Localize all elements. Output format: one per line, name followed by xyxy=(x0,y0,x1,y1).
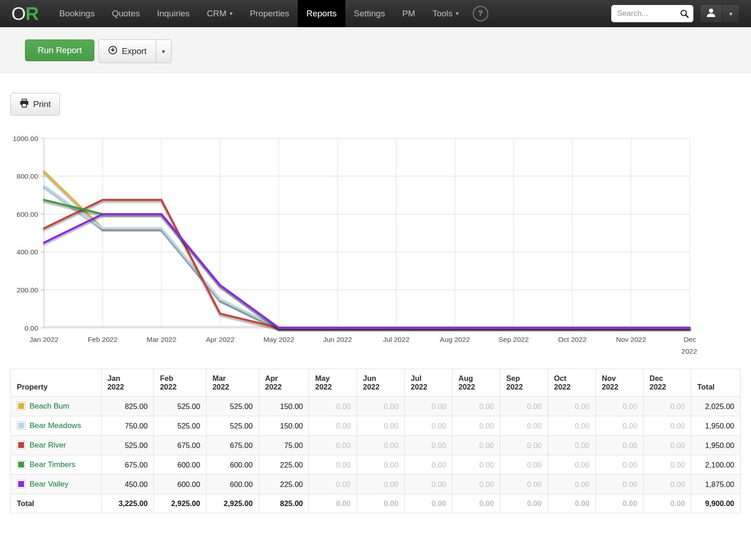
month-value-cell: 225.00 xyxy=(259,455,309,475)
nav-inquiries[interactable]: Inquiries xyxy=(148,0,198,27)
month-value-cell: 0.00 xyxy=(357,397,404,416)
month-column-header: Sep 2022 xyxy=(500,369,548,397)
export-options-caret[interactable]: ▾ xyxy=(156,39,172,63)
total-month-cell: 0.00 xyxy=(357,494,404,513)
month-value-cell: 0.00 xyxy=(309,475,357,494)
chevron-down-icon: ▾ xyxy=(456,0,459,27)
top-navbar: OR Bookings Quotes Inquiries CRM▾ Proper… xyxy=(0,0,751,27)
month-column-header: May 2022 xyxy=(309,369,357,397)
property-link[interactable]: Beach Bum xyxy=(29,402,69,410)
table-row: Bear River525.00675.00675.0075.000.000.0… xyxy=(11,436,741,455)
nav-reports[interactable]: Reports xyxy=(298,0,345,27)
total-month-cell: 825.00 xyxy=(259,494,309,513)
month-column-header: Oct 2022 xyxy=(548,369,595,397)
month-value-cell: 0.00 xyxy=(548,397,595,416)
nav-settings[interactable]: Settings xyxy=(345,0,394,27)
main-nav: Bookings Quotes Inquiries CRM▾ Propertie… xyxy=(51,0,488,27)
month-value-cell: 0.00 xyxy=(452,475,500,494)
nav-pm[interactable]: PM xyxy=(393,0,424,27)
month-value-cell: 0.00 xyxy=(309,436,357,455)
legend-swatch-icon xyxy=(17,441,25,449)
month-value-cell: 0.00 xyxy=(500,475,548,494)
nav-tools[interactable]: Tools▾ xyxy=(424,0,467,27)
month-column-header: Feb 2022 xyxy=(154,369,206,397)
table-row: Bear Valley450.00600.00600.00225.000.000… xyxy=(11,475,741,494)
chevron-down-icon: ▾ xyxy=(162,48,165,55)
total-row-label: Total xyxy=(11,494,102,513)
chevron-down-icon: ▾ xyxy=(230,0,233,27)
month-value-cell: 0.00 xyxy=(309,416,357,436)
month-value-cell: 0.00 xyxy=(404,436,452,455)
search-icon[interactable] xyxy=(679,9,689,20)
month-value-cell: 150.00 xyxy=(259,416,309,436)
month-value-cell: 600.00 xyxy=(206,475,259,494)
month-column-header: Dec 2022 xyxy=(643,369,691,397)
svg-text:800.00: 800.00 xyxy=(17,172,39,180)
help-icon[interactable]: ? xyxy=(473,6,488,21)
property-month-table: PropertyJan 2022Feb 2022Mar 2022Apr 2022… xyxy=(10,369,741,513)
svg-text:Jul 2022: Jul 2022 xyxy=(383,336,410,343)
month-column-header: Jul 2022 xyxy=(404,369,452,397)
total-month-cell: 0.00 xyxy=(548,494,595,513)
user-icon xyxy=(706,7,717,20)
user-menu-caret[interactable]: ▾ xyxy=(722,5,739,23)
month-value-cell: 0.00 xyxy=(404,397,452,416)
month-value-cell: 0.00 xyxy=(357,416,404,436)
logo-letter-r: R xyxy=(25,0,39,27)
nav-bookings[interactable]: Bookings xyxy=(51,0,103,27)
month-value-cell: 0.00 xyxy=(500,455,548,475)
month-value-cell: 0.00 xyxy=(452,436,500,455)
nav-quotes[interactable]: Quotes xyxy=(103,0,148,27)
svg-text:Jan 2022: Jan 2022 xyxy=(29,336,59,343)
user-button[interactable] xyxy=(700,5,722,23)
month-value-cell: 0.00 xyxy=(595,455,643,475)
total-month-cell: 0.00 xyxy=(452,494,500,513)
svg-text:1000.00: 1000.00 xyxy=(13,135,38,142)
table-row: Bear Meadows750.00525.00525.00150.000.00… xyxy=(11,416,741,436)
app-logo[interactable]: OR xyxy=(11,0,39,27)
month-column-header: Nov 2022 xyxy=(595,369,643,397)
month-value-cell: 0.00 xyxy=(643,397,691,416)
row-total-cell: 1,875.00 xyxy=(691,475,741,494)
export-button[interactable]: Export xyxy=(98,39,156,63)
property-link[interactable]: Bear River xyxy=(29,441,66,449)
svg-text:0.00: 0.00 xyxy=(25,324,39,332)
month-value-cell: 0.00 xyxy=(643,475,691,494)
property-cell: Bear Valley xyxy=(11,475,102,494)
legend-swatch-icon xyxy=(17,402,25,410)
property-cell: Bear Timbers xyxy=(11,455,102,475)
legend-swatch-icon xyxy=(17,480,25,488)
month-column-header: Apr 2022 xyxy=(259,369,309,397)
month-value-cell: 600.00 xyxy=(154,455,206,475)
grand-total-cell: 9,900.00 xyxy=(691,494,741,513)
month-column-header: Aug 2022 xyxy=(452,369,500,397)
print-button[interactable]: Print xyxy=(10,93,60,116)
row-total-cell: 1,950.00 xyxy=(691,436,741,455)
month-value-cell: 0.00 xyxy=(548,455,595,475)
total-month-cell: 2,925.00 xyxy=(154,494,206,513)
user-menu: ▾ xyxy=(700,4,740,23)
legend-swatch-icon xyxy=(17,460,25,469)
total-month-cell: 0.00 xyxy=(404,494,452,513)
month-value-cell: 600.00 xyxy=(206,455,259,475)
month-value-cell: 0.00 xyxy=(452,397,500,416)
svg-text:May 2022: May 2022 xyxy=(263,336,294,343)
month-value-cell: 0.00 xyxy=(309,455,357,475)
svg-text:Apr 2022: Apr 2022 xyxy=(206,336,235,343)
export-split-button: Export ▾ xyxy=(98,39,171,63)
run-report-button[interactable]: Run Report xyxy=(25,39,94,61)
property-link[interactable]: Bear Meadows xyxy=(29,421,81,430)
total-month-cell: 0.00 xyxy=(643,494,691,513)
search-box xyxy=(611,5,693,22)
total-month-cell: 2,925.00 xyxy=(206,494,259,513)
property-link[interactable]: Bear Timbers xyxy=(29,460,75,469)
svg-text:200.00: 200.00 xyxy=(17,286,39,294)
svg-text:600.00: 600.00 xyxy=(17,210,39,218)
property-link[interactable]: Bear Valley xyxy=(29,480,69,488)
month-value-cell: 0.00 xyxy=(643,436,691,455)
nav-crm[interactable]: CRM▾ xyxy=(198,0,241,27)
month-value-cell: 0.00 xyxy=(404,416,452,436)
month-value-cell: 675.00 xyxy=(154,436,206,455)
month-value-cell: 0.00 xyxy=(452,455,500,475)
nav-properties[interactable]: Properties xyxy=(241,0,298,27)
